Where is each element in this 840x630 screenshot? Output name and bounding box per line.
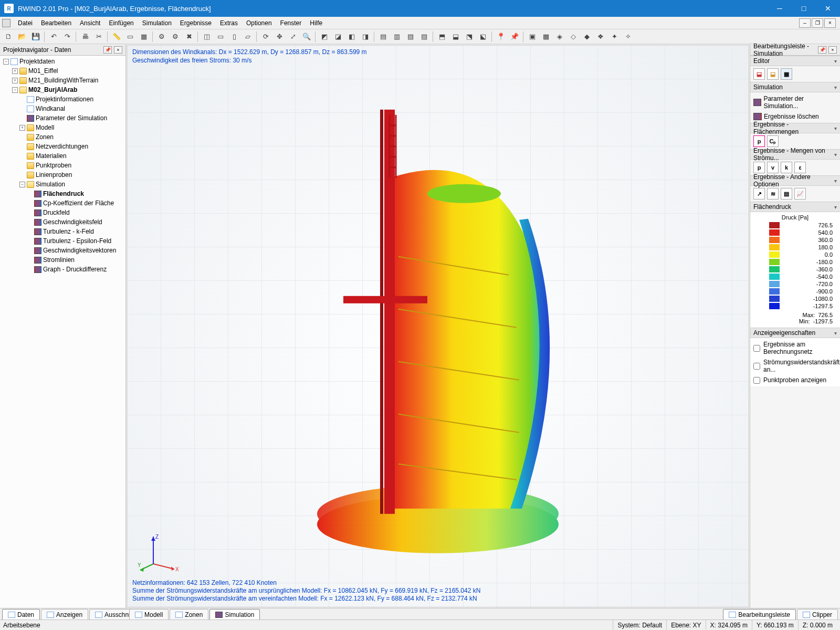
tb-clip2[interactable]: ◪ <box>332 31 344 43</box>
tree-m21[interactable]: +M21_BuildingWithTerrain <box>1 76 124 85</box>
btn-p-flow[interactable]: p <box>753 162 765 173</box>
tb-5[interactable]: ⬒ <box>436 31 448 43</box>
btn-k-flow[interactable]: k <box>781 162 792 173</box>
tb-undo[interactable]: ↶ <box>47 31 60 43</box>
sec-simulation[interactable]: Simulation▾ <box>750 82 840 92</box>
tb-7[interactable]: ⬔ <box>463 31 476 43</box>
tb-view-iso[interactable]: ◫ <box>201 31 213 43</box>
edit-panel-close-icon[interactable]: × <box>828 46 837 54</box>
tree-netz[interactable]: Netzverdichtungen <box>1 142 124 151</box>
tb-measure[interactable]: 📏 <box>110 31 123 43</box>
menu-simulation[interactable]: Simulation <box>138 18 176 28</box>
tb-probe[interactable]: 📍 <box>495 31 507 43</box>
tb-1[interactable]: ▤ <box>377 31 390 43</box>
tb-pan[interactable]: ✥ <box>273 31 286 43</box>
navigator-close-icon[interactable]: × <box>114 46 122 54</box>
tree-turbeps[interactable]: Turbulenz - Epsilon-Feld <box>1 236 124 246</box>
tree-root[interactable]: −Projektdaten <box>1 57 124 66</box>
menu-einfuegen[interactable]: Einfügen <box>104 18 138 28</box>
tb-extra8[interactable]: ✧ <box>622 31 634 43</box>
tb-extra3[interactable]: ◈ <box>553 31 566 43</box>
btn-v-flow[interactable]: v <box>767 162 779 173</box>
tb-screenshot[interactable]: ✂ <box>92 31 105 43</box>
tab-zonen[interactable]: Zonen <box>170 609 208 620</box>
chk-probes[interactable]: Punktproben anzeigen <box>753 376 837 384</box>
chk-mesh[interactable]: Ergebnisse am Berechnungsnetz <box>753 340 837 356</box>
tree-m01[interactable]: +M01_Eiffel <box>1 66 124 76</box>
tree-windkanal[interactable]: Windkanal <box>1 104 124 113</box>
close-button[interactable]: ✕ <box>816 0 840 17</box>
tb-3[interactable]: ▧ <box>404 31 417 43</box>
tab-simulation[interactable]: Simulation <box>209 609 260 620</box>
btn-p-surface[interactable]: p <box>753 135 765 147</box>
editor-btn-3[interactable]: ▦ <box>781 68 792 80</box>
chk-drag[interactable]: Strömungswiderstandskräfte an... <box>753 358 837 374</box>
tree-turbk[interactable]: Turbulenz - k-Feld <box>1 227 124 236</box>
menu-fenster[interactable]: Fenster <box>276 18 306 28</box>
tree-linienproben[interactable]: Linienproben <box>1 170 124 180</box>
btn-other-2[interactable]: ≋ <box>767 188 779 200</box>
sec-display[interactable]: Anzeigeeigenschaften▾ <box>750 328 840 338</box>
tb-rotate[interactable]: ⟳ <box>259 31 272 43</box>
mdi-restore[interactable]: ❐ <box>812 18 823 28</box>
tb-open[interactable]: 📂 <box>16 31 28 43</box>
tree-cp[interactable]: Cp-Koeffizient der Fläche <box>1 198 124 208</box>
tree-modell[interactable]: +Modell <box>1 123 124 132</box>
btn-other-3[interactable]: ▤ <box>781 188 792 200</box>
btn-other-4[interactable]: 📈 <box>794 188 806 200</box>
editor-btn-2[interactable]: ⬓ <box>767 68 779 80</box>
tab-daten[interactable]: Daten <box>2 609 40 620</box>
tb-delete-results[interactable]: ✖ <box>183 31 195 43</box>
sec-res-str[interactable]: Ergebnisse - Mengen von Strömu...▾ <box>750 149 840 160</box>
tree-strom[interactable]: Stromlinien <box>1 255 124 265</box>
tab-clipper[interactable]: Clipper <box>797 609 838 620</box>
tb-runsim[interactable]: ⚙ <box>155 31 168 43</box>
minimize-button[interactable]: ─ <box>768 0 792 17</box>
tb-select[interactable]: ▭ <box>124 31 136 43</box>
menu-hilfe[interactable]: Hilfe <box>306 18 327 28</box>
tb-8[interactable]: ⬕ <box>477 31 489 43</box>
tb-probe2[interactable]: 📌 <box>508 31 521 43</box>
tree-druckfeld[interactable]: Druckfeld <box>1 208 124 217</box>
sec-res-fl[interactable]: Ergebnisse - Flächenmengen▾ <box>750 123 840 133</box>
sec-editor[interactable]: Editor▾ <box>750 56 840 66</box>
maximize-button[interactable]: □ <box>792 0 816 17</box>
mdi-minimize[interactable]: – <box>799 18 811 28</box>
viewport-3d[interactable]: Dimensionen des Windkanals: Dx = 1522.62… <box>127 45 749 607</box>
tb-extra7[interactable]: ✦ <box>608 31 621 43</box>
tree-mat[interactable]: Materialien <box>1 151 124 161</box>
link-simparam[interactable]: Parameter der Simulation... <box>753 94 837 110</box>
sec-res-other[interactable]: Ergebnisse - Andere Optionen▾ <box>750 175 840 186</box>
app-menu-icon[interactable] <box>2 19 10 27</box>
tree-geschwvec[interactable]: Geschwindigkeitsvektoren <box>1 246 124 255</box>
tb-view-side[interactable]: ▯ <box>228 31 240 43</box>
btn-cp-surface[interactable]: Cₚ <box>767 135 779 147</box>
navigator-tree[interactable]: −Projektdaten +M01_Eiffel +M21_BuildingW… <box>0 56 125 608</box>
tree-flaechendruck[interactable]: Flächendruck <box>1 189 124 198</box>
tb-redo[interactable]: ↷ <box>61 31 74 43</box>
tb-print[interactable]: 🖶 <box>79 31 91 43</box>
tb-extra6[interactable]: ❖ <box>594 31 607 43</box>
tb-view-top[interactable]: ▱ <box>242 31 254 43</box>
tree-m02[interactable]: −M02_BurjAlArab <box>1 85 124 94</box>
tree-projinfo[interactable]: Projektinformationen <box>1 94 124 104</box>
tb-extra4[interactable]: ◇ <box>567 31 580 43</box>
navigator-pin-icon[interactable]: 📌 <box>103 46 112 54</box>
menu-ansicht[interactable]: Ansicht <box>76 18 104 28</box>
tb-new[interactable]: 🗋 <box>2 31 15 43</box>
tab-modell[interactable]: Modell <box>129 609 169 620</box>
tb-2[interactable]: ▥ <box>391 31 403 43</box>
tree-geschw[interactable]: Geschwindigkeitsfeld <box>1 217 124 227</box>
tb-clip1[interactable]: ◩ <box>318 31 331 43</box>
menu-ergebnisse[interactable]: Ergebnisse <box>176 18 216 28</box>
link-simdel[interactable]: Ergebnisse löschen <box>753 112 837 121</box>
tree-punktproben[interactable]: Punktproben <box>1 161 124 170</box>
edit-panel-pin-icon[interactable]: 📌 <box>818 46 826 54</box>
tb-zoomwin[interactable]: 🔍 <box>300 31 313 43</box>
tab-bearbeitungsleiste[interactable]: Bearbeitungsleiste <box>723 609 796 620</box>
tree-graph[interactable]: Graph - Druckdifferenz <box>1 265 124 274</box>
tab-anzeigen[interactable]: Anzeigen <box>41 609 88 620</box>
tb-extra5[interactable]: ◆ <box>581 31 593 43</box>
tb-grid[interactable]: ▦ <box>138 31 150 43</box>
tb-4[interactable]: ▨ <box>418 31 430 43</box>
